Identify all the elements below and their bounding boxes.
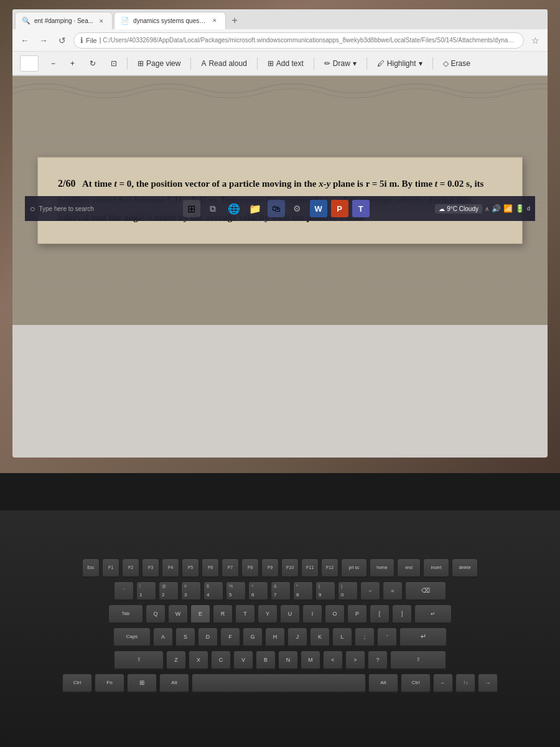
- tab-close-1[interactable]: ✕: [97, 17, 106, 26]
- key-win[interactable]: ⊞: [127, 674, 157, 693]
- key-shift-left[interactable]: ⇧: [114, 651, 164, 670]
- key-semicolon[interactable]: ;: [355, 627, 375, 647]
- key-w[interactable]: W: [168, 604, 188, 624]
- key-f11[interactable]: F11: [301, 558, 319, 578]
- key-backtick[interactable]: `: [114, 581, 134, 601]
- key-f3[interactable]: F3: [142, 558, 159, 578]
- key-space[interactable]: [192, 674, 366, 693]
- key-p[interactable]: P: [347, 604, 367, 624]
- key-l[interactable]: L: [332, 627, 352, 647]
- page-view-button[interactable]: ⊞ Page view: [133, 57, 185, 70]
- word-taskbar-icon[interactable]: W: [310, 200, 327, 217]
- key-0[interactable]: ) 0: [338, 581, 358, 601]
- key-prtsc[interactable]: prt sc: [341, 558, 367, 578]
- zoom-out-button[interactable]: −: [46, 57, 60, 70]
- key-s[interactable]: S: [175, 627, 195, 647]
- key-f4[interactable]: F4: [162, 558, 179, 578]
- key-6[interactable]: ^ 6: [248, 581, 268, 601]
- edge-taskbar-icon[interactable]: 🌐: [225, 200, 243, 217]
- key-f12[interactable]: F12: [321, 558, 338, 578]
- key-period[interactable]: >: [345, 651, 365, 670]
- fit-button[interactable]: ⊡: [106, 57, 122, 70]
- network-icon[interactable]: 📶: [503, 204, 513, 213]
- key-f1[interactable]: F1: [102, 558, 119, 578]
- key-enter-main[interactable]: ↵: [399, 627, 447, 647]
- task-view-button[interactable]: ⧉: [204, 200, 222, 217]
- taskbar-search-area[interactable]: ○ Type here to search: [30, 204, 117, 214]
- key-arrow-up-down[interactable]: ↑↓: [455, 674, 475, 693]
- key-o[interactable]: O: [325, 604, 345, 624]
- store-taskbar-icon[interactable]: 🛍: [268, 200, 285, 217]
- battery-icon[interactable]: 🔋: [515, 204, 525, 213]
- key-8[interactable]: * 8: [293, 581, 313, 601]
- folder-taskbar-icon[interactable]: 📁: [246, 200, 264, 217]
- key-r[interactable]: R: [213, 604, 233, 624]
- key-ctrl-left[interactable]: Ctrl: [62, 674, 92, 693]
- key-j[interactable]: J: [287, 627, 307, 647]
- tab-dynamics[interactable]: 📄 dynamics systems questions 1[1] ✕: [114, 12, 226, 29]
- key-caps[interactable]: Caps: [113, 627, 151, 647]
- key-c[interactable]: C: [211, 651, 231, 670]
- key-d[interactable]: D: [198, 627, 218, 647]
- key-leftbracket[interactable]: [: [370, 604, 390, 624]
- key-quote[interactable]: ': [377, 627, 397, 647]
- erase-button[interactable]: ◇ Erase: [438, 57, 475, 70]
- key-k[interactable]: K: [310, 627, 330, 647]
- key-enter[interactable]: ↵: [414, 604, 452, 624]
- back-button[interactable]: ←: [17, 33, 32, 48]
- reload-button[interactable]: ↺: [55, 33, 70, 48]
- key-arrow-right[interactable]: →: [478, 674, 498, 693]
- key-5[interactable]: % 5: [226, 581, 246, 601]
- key-9[interactable]: ( 9: [315, 581, 335, 601]
- draw-button[interactable]: ✏ Draw ▾: [319, 57, 362, 70]
- new-tab-button[interactable]: +: [227, 13, 242, 28]
- teams-taskbar-icon[interactable]: T: [352, 200, 370, 217]
- key-t[interactable]: T: [235, 604, 255, 624]
- key-1[interactable]: ! 1: [136, 581, 156, 601]
- key-q[interactable]: Q: [146, 604, 166, 624]
- key-3[interactable]: # 3: [181, 581, 201, 601]
- key-fn-bottom[interactable]: Fn: [95, 674, 124, 693]
- key-comma[interactable]: <: [323, 651, 343, 670]
- add-text-button[interactable]: ⊞ Add text: [263, 57, 309, 70]
- key-n[interactable]: N: [278, 651, 298, 670]
- highlight-button[interactable]: 🖊 Highlight ▾: [372, 57, 427, 70]
- key-end[interactable]: end: [397, 558, 421, 578]
- key-tab[interactable]: Tab: [108, 604, 143, 624]
- key-f[interactable]: F: [220, 627, 240, 647]
- key-g[interactable]: G: [243, 627, 263, 647]
- key-esc[interactable]: Esc: [82, 558, 100, 578]
- key-x[interactable]: X: [189, 651, 208, 670]
- read-aloud-button[interactable]: A Read aloud: [196, 57, 251, 70]
- rotate-button[interactable]: ↻: [85, 57, 101, 70]
- key-m[interactable]: M: [301, 651, 320, 670]
- key-v[interactable]: V: [233, 651, 253, 670]
- key-alt-right[interactable]: Alt: [368, 674, 398, 693]
- key-shift-right[interactable]: ⇧: [390, 651, 446, 670]
- key-2[interactable]: @ 2: [159, 581, 179, 601]
- key-f8[interactable]: F8: [241, 558, 259, 578]
- key-a[interactable]: A: [153, 627, 173, 647]
- key-delete[interactable]: delete: [452, 558, 478, 578]
- key-insert[interactable]: insert: [423, 558, 449, 578]
- search-box[interactable]: [20, 55, 39, 72]
- url-box[interactable]: ℹ File | C:/Users/40332698/AppData/Local…: [73, 32, 524, 49]
- system-tray-chevron[interactable]: ∧: [485, 205, 489, 212]
- key-equals[interactable]: =: [383, 581, 403, 601]
- key-f6[interactable]: F6: [202, 558, 219, 578]
- windows-button[interactable]: ⊞: [183, 200, 200, 217]
- key-f7[interactable]: F7: [222, 558, 239, 578]
- speaker-icon[interactable]: 🔊: [492, 204, 501, 213]
- powerpoint-taskbar-icon[interactable]: P: [331, 200, 348, 217]
- key-h[interactable]: H: [265, 627, 285, 647]
- key-f5[interactable]: F5: [182, 558, 199, 578]
- favorites-icon[interactable]: ☆: [528, 33, 543, 48]
- key-rightbracket[interactable]: ]: [392, 604, 412, 624]
- key-alt-left[interactable]: Alt: [159, 674, 189, 693]
- key-ctrl-right[interactable]: Ctrl: [401, 674, 431, 693]
- forward-button[interactable]: →: [36, 33, 51, 48]
- key-z[interactable]: Z: [166, 651, 186, 670]
- key-u[interactable]: U: [280, 604, 300, 624]
- key-7[interactable]: & 7: [271, 581, 291, 601]
- tab-damping[interactable]: 🔍 ent #damping · Sea... ✕: [15, 12, 113, 29]
